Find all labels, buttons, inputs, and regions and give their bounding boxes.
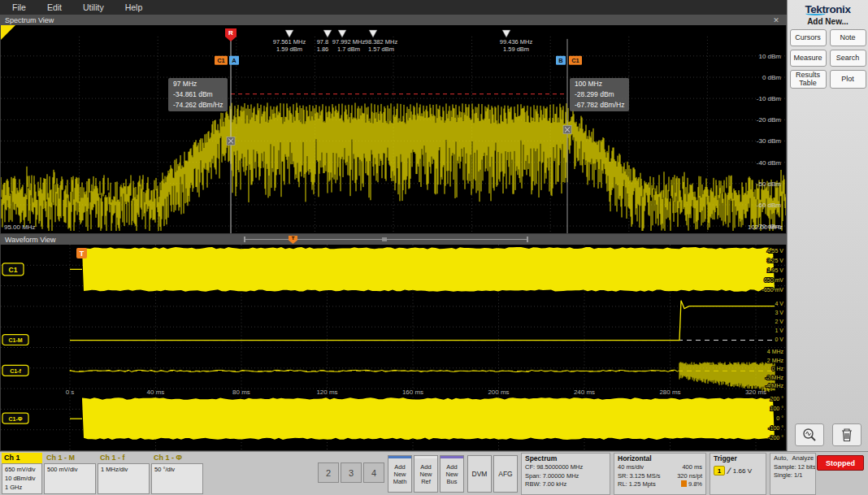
plot-button[interactable]: Plot bbox=[830, 70, 866, 89]
scale-label: 200 ° bbox=[770, 396, 784, 402]
add-new-label: Add New... bbox=[807, 17, 848, 26]
svg-text:B: B bbox=[558, 57, 563, 64]
svg-text:C1: C1 bbox=[571, 57, 579, 64]
scale-label: 0 Hz bbox=[772, 366, 784, 371]
cursor-a-readout: 97 MHz -34.861 dBm -74.262 dBm/Hz bbox=[168, 78, 228, 111]
trigger-point-badge[interactable]: T bbox=[76, 248, 87, 258]
time-axis-label: 240 ms bbox=[574, 389, 595, 396]
ch1-phi-badge[interactable]: Ch 1 - Φ 50 °/div bbox=[151, 453, 203, 495]
trash-button[interactable] bbox=[832, 423, 861, 446]
db-axis-label: -70 dBm bbox=[757, 223, 782, 230]
svg-text:97.8: 97.8 bbox=[317, 38, 329, 46]
menu-edit[interactable]: Edit bbox=[37, 1, 72, 14]
trigger-position-marker[interactable]: T bbox=[289, 236, 297, 244]
scale-label: 2 MHz bbox=[767, 358, 784, 363]
scale-label: -650 mV bbox=[762, 287, 784, 293]
svg-text:99.436 MHz: 99.436 MHz bbox=[500, 38, 533, 46]
trigger-level-value: 1.66 V bbox=[733, 467, 752, 475]
svg-text:1.7 dBm: 1.7 dBm bbox=[337, 46, 360, 53]
channel-badge-c1[interactable]: C1 bbox=[2, 263, 24, 276]
peak-marker-3[interactable] bbox=[338, 30, 346, 37]
reference-marker[interactable]: R bbox=[225, 28, 237, 41]
peak-marker-5[interactable] bbox=[502, 30, 510, 37]
right-sidebar: Tektronix Add New... Cursors Note Measur… bbox=[787, 0, 868, 451]
time-axis-label: 120 ms bbox=[316, 389, 337, 396]
channel-corner-badge bbox=[1, 25, 15, 40]
horizontal-info-panel[interactable]: Horizontal 40 ms/div400 ms SR: 3.125 MS/… bbox=[614, 453, 706, 495]
zoom-handle[interactable] bbox=[382, 237, 387, 241]
svg-text:97.561 MHz: 97.561 MHz bbox=[273, 38, 306, 46]
db-axis-label: -20 dBm bbox=[757, 116, 782, 124]
peak-marker-4[interactable] bbox=[369, 30, 377, 37]
peak-marker-1[interactable] bbox=[285, 30, 293, 37]
scale-label: 4 V bbox=[775, 301, 784, 306]
c1-frequency-noise bbox=[679, 362, 775, 392]
time-axis-label: 40 ms bbox=[147, 389, 165, 396]
cursor-a-badges: C1 A bbox=[215, 56, 239, 65]
oscilloscope-app: File Edit Utility Help Spectrum View ✕ bbox=[0, 0, 868, 495]
waveform-titlebar: Waveform View T bbox=[0, 234, 787, 245]
math-accent bbox=[388, 456, 411, 458]
ch1-badge[interactable]: Ch 1 650 mV/div 10 dBm/div 1 GHz bbox=[2, 453, 42, 495]
waveform-view-panel: Waveform View T bbox=[0, 234, 787, 451]
spectrum-title: Spectrum View bbox=[5, 16, 54, 24]
cursor-b-handle[interactable] bbox=[563, 126, 571, 134]
time-axis-label: 200 ms bbox=[488, 389, 509, 396]
db-axis-labels: 10 dBm0 dBm-10 dBm-20 dBm-30 dBm-40 dBm-… bbox=[757, 53, 782, 230]
menu-utility[interactable]: Utility bbox=[72, 1, 115, 14]
trigger-source-badge: 1 bbox=[714, 466, 725, 475]
time-axis-label: 160 ms bbox=[402, 389, 423, 396]
channel-3-button[interactable]: 3 bbox=[341, 462, 362, 483]
trash-icon bbox=[840, 428, 853, 442]
menu-help[interactable]: Help bbox=[115, 1, 154, 14]
close-icon[interactable]: ✕ bbox=[770, 16, 782, 24]
channel-badge-c1-phi[interactable]: C1-Φ bbox=[2, 413, 28, 423]
ref-accent bbox=[414, 456, 437, 458]
results-table-button[interactable]: Results Table bbox=[790, 70, 827, 89]
cursor-a-handle[interactable] bbox=[227, 137, 235, 145]
add-new-bus-button[interactable]: AddNewBus bbox=[440, 455, 464, 493]
spectrum-titlebar: Spectrum View ✕ bbox=[0, 15, 787, 25]
search-button[interactable]: Search bbox=[830, 50, 866, 67]
scale-label: 0 V bbox=[775, 337, 784, 342]
zoom-overview-bar[interactable] bbox=[244, 237, 528, 242]
cursor-b-readout: 100 MHz -28.299 dBm -67.782 dBm/Hz bbox=[570, 78, 629, 111]
channel-4-button[interactable]: 4 bbox=[363, 462, 384, 483]
dvm-button[interactable]: DVM bbox=[467, 455, 492, 493]
time-axis-labels: 0 s40 ms80 ms120 ms160 ms200 ms240 ms280… bbox=[66, 389, 766, 396]
ch1-f-badge[interactable]: Ch 1 - f 1 MHz/div bbox=[98, 453, 150, 495]
zoom-tool-button[interactable] bbox=[795, 423, 824, 446]
svg-text:98.382 MHz: 98.382 MHz bbox=[365, 38, 398, 46]
db-axis-label: -30 dBm bbox=[757, 137, 782, 145]
cursors-button[interactable]: Cursors bbox=[790, 29, 827, 46]
peak-marker-2[interactable] bbox=[323, 30, 332, 37]
measure-button[interactable]: Measure bbox=[790, 50, 827, 67]
waveform-canvas-wrap: 0 s40 ms80 ms120 ms160 ms200 ms240 ms280… bbox=[0, 245, 787, 451]
trigger-info-panel[interactable]: Trigger 1 ∕ 1.66 V bbox=[710, 453, 766, 495]
sidebar-tools bbox=[788, 423, 868, 451]
acquisition-info-panel[interactable]: Auto,Analyze Sample: 12 bits Single: 1/1 bbox=[770, 453, 816, 495]
spectrum-canvas[interactable]: R 97.561 MHz 1.59 dBm 97.8 1.86 bbox=[1, 25, 786, 233]
note-button[interactable]: Note bbox=[830, 29, 866, 46]
add-new-ref-button[interactable]: AddNewRef bbox=[414, 455, 438, 493]
scale-label: 0 ° bbox=[776, 415, 783, 421]
stopped-button[interactable]: Stopped bbox=[817, 455, 864, 471]
db-axis-label: -60 dBm bbox=[757, 202, 782, 209]
c1-magnitude-trace bbox=[70, 301, 775, 341]
spectrum-info-panel[interactable]: Spectrum CF: 98.5000000 MHz Span: 7.0000… bbox=[521, 453, 610, 495]
svg-text:1.57 dBm: 1.57 dBm bbox=[368, 46, 394, 53]
channel-badge-c1-f[interactable]: C1-f bbox=[2, 365, 28, 376]
scale-label: -4 MHz bbox=[765, 383, 783, 389]
menu-file[interactable]: File bbox=[2, 1, 37, 14]
ch1-m-badge[interactable]: Ch 1 - M 500 mV/div bbox=[44, 453, 96, 495]
spectrum-view-panel: Spectrum View ✕ bbox=[0, 15, 787, 234]
channel-badge-c1-m[interactable]: C1-M bbox=[2, 335, 28, 345]
afg-button[interactable]: AFG bbox=[493, 455, 518, 493]
c1-rf-burst-trace bbox=[82, 247, 775, 292]
scale-label: 1.95 V bbox=[767, 267, 784, 273]
time-axis-label: 320 ms bbox=[745, 389, 766, 396]
add-new-math-button[interactable]: AddNewMath bbox=[388, 455, 412, 493]
channel-2-button[interactable]: 2 bbox=[318, 462, 339, 483]
scale-label: -100 ° bbox=[768, 425, 783, 431]
waveform-canvas[interactable]: 0 s40 ms80 ms120 ms160 ms200 ms240 ms280… bbox=[1, 245, 786, 450]
